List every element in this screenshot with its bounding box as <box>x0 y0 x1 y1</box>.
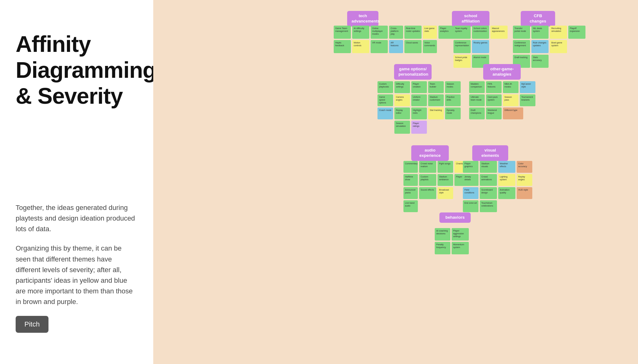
sticky-note: AI coaching decisions <box>435 228 450 241</box>
sticky-note: Jersey details <box>463 174 478 186</box>
sticky-note: AI difficulty settings <box>352 26 369 39</box>
category-cfb: CFB changes <box>521 11 555 27</box>
category-tech: techadvancements <box>347 11 378 27</box>
sticky-note: Difficulty settings <box>394 81 410 93</box>
sticky-note: NBA 2K modes <box>503 81 519 93</box>
sticky-note: Game Team management <box>334 26 351 39</box>
sticky-note: Draft champions <box>469 107 485 119</box>
sticky-note: Team loyalty system <box>453 26 471 39</box>
sticky-note: Card pack system <box>486 94 502 106</box>
slide-container: Affinity Diagramming & Severity Together… <box>0 0 638 364</box>
sticky-note: Motion controls <box>352 40 369 53</box>
sticky-note: Game speed options <box>377 94 393 106</box>
sticky-note: Stadium visuals <box>480 161 497 173</box>
sticky-note: Weather effects <box>498 161 515 173</box>
sticky-note: Real-time roster updates <box>404 26 422 39</box>
sticky-note: Practice drills <box>445 94 461 106</box>
sticky-note: Camera angles <box>394 94 410 106</box>
sticky-note: HUD style <box>517 187 532 199</box>
sticky-note: Color accuracy <box>517 161 532 173</box>
sticky-note: Rivalry games <box>472 40 489 53</box>
sticky-note: Replay editor <box>394 107 410 119</box>
sticky-note: Haptic feedback <box>334 40 351 53</box>
sticky-note: Transfer portal mode <box>513 26 530 39</box>
pitch-button[interactable]: Pitch <box>16 316 48 333</box>
sticky-note: Sound effects <box>419 187 436 199</box>
sticky-note: Conference realignment <box>513 40 530 53</box>
sticky-note: Madden comparison <box>469 81 485 93</box>
sticky-note: Tournament brackets <box>520 94 535 106</box>
sticky-note: Recruiting simulation <box>550 26 567 39</box>
sticky-note: Stadium ambiance <box>438 174 453 186</box>
sticky-note: Ultimate team mode <box>469 94 485 106</box>
sticky-note: Penalty frequency <box>435 242 450 254</box>
right-panel: techadvancements Game Team management AI… <box>153 0 638 364</box>
sticky-note: Crowd noise realism <box>419 161 436 173</box>
category-visual: visual elements <box>472 145 508 161</box>
sticky-note: Different type <box>503 107 523 119</box>
sticky-note: Commentary <box>403 161 418 173</box>
sticky-note: End zone art <box>463 200 478 212</box>
sticky-note: Player creation <box>411 81 427 93</box>
sticky-note: Custom playlists <box>419 174 436 186</box>
sticky-note: Custom playbooks <box>377 81 393 93</box>
description-text-1: Together, the ideas generated during pla… <box>16 202 138 234</box>
sticky-note: Voice commands <box>423 40 437 53</box>
sticky-note: Touchdown celebrations <box>480 200 497 212</box>
sticky-note: Field conditions <box>463 187 478 199</box>
sticky-note: Season simulation <box>394 121 410 134</box>
category-other: other-game-analogies <box>483 64 521 80</box>
sticky-note: Crowd animations <box>480 174 497 186</box>
sticky-note: Live band audio <box>403 200 418 212</box>
sticky-note: Player analytics <box>438 26 456 39</box>
sticky-note: Fight songs <box>438 161 453 173</box>
sticky-note: Player aggression settings <box>452 228 469 241</box>
sticky-note: Stat tracking <box>428 107 444 119</box>
left-panel: Affinity Diagramming & Severity Together… <box>0 0 153 364</box>
sticky-note: Player graphics <box>463 161 478 173</box>
sticky-note: Highlight reels <box>411 107 427 119</box>
sticky-note: Season pass <box>503 94 519 106</box>
left-content-bottom: Together, the ideas generated during pla… <box>16 202 138 333</box>
sticky-note: AR features <box>389 40 403 53</box>
sticky-note: Rule changes updates <box>531 40 549 53</box>
sticky-note: Playoff expansion <box>568 26 585 39</box>
sticky-note: Weekend league <box>486 107 502 119</box>
category-behaviors: behaviors <box>439 212 471 223</box>
description-text-2: Organizing this by theme, it can be seen… <box>16 243 138 307</box>
sticky-note: Live game stats <box>423 26 437 39</box>
sticky-note: Uniform creator <box>411 94 427 106</box>
sticky-note: Bowl game system <box>550 40 567 53</box>
sticky-note: Halftime show <box>403 174 418 186</box>
sticky-note: Stats accuracy <box>531 55 549 68</box>
sticky-note: FIFA features <box>486 81 502 93</box>
sticky-note: Cloud saves <box>404 40 422 53</box>
sticky-note: NIL deals system <box>531 26 549 39</box>
sticky-note: VR mode <box>371 40 388 53</box>
sticky-note: Mascot appearances <box>490 26 508 39</box>
sticky-note: MyCareer style <box>520 81 535 93</box>
sticky-note: Broadcast style <box>438 187 453 199</box>
left-content-top: Affinity Diagramming & Severity <box>16 31 138 109</box>
sticky-note: Animation quality <box>498 187 515 199</box>
sticky-note: Stadium customizer <box>428 94 444 106</box>
sticky-note: Scoreboard design <box>480 187 497 199</box>
sticky-note: Season modes <box>445 81 461 93</box>
sticky-note: Team builder <box>428 81 444 93</box>
sticky-note: Cross-platform play <box>389 26 403 39</box>
category-school: school affiliation <box>452 11 489 27</box>
category-audio: audio experience <box>411 145 449 161</box>
sticky-note: Momentum system <box>452 242 469 254</box>
sticky-note: School pride badges <box>453 55 471 68</box>
sticky-note: Replay angles <box>517 174 532 186</box>
sticky-note: Dynasty mode <box>445 107 461 119</box>
sticky-note: Announcer packs <box>403 187 418 199</box>
category-game: game options/personalization <box>394 64 432 80</box>
sticky-note: Online multiplayer modes <box>371 26 388 39</box>
sticky-note: Conference representation <box>453 40 471 53</box>
sticky-note: Lighting system <box>498 174 515 186</box>
sticky-note: Coach mode <box>377 107 393 119</box>
slide-title: Affinity Diagramming & Severity <box>16 31 138 109</box>
sticky-note: School colors customization <box>472 26 489 39</box>
sticky-note: Player ratings <box>411 121 427 134</box>
